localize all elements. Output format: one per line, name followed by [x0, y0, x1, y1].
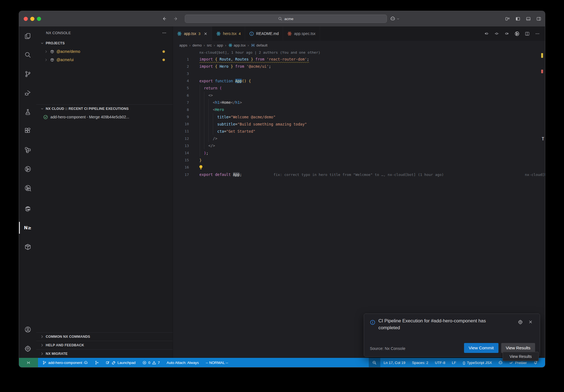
breadcrumb-app[interactable]: app — [217, 43, 223, 47]
status-auto-attach[interactable]: Auto Attach: Always — [164, 358, 201, 367]
code-editor[interactable]: nx-cloud[bot], 1 hour ago | 2 authors (Y… — [173, 50, 545, 358]
line-content: subtitle="Build something amazing today" — [199, 121, 307, 128]
tab-app.tsx[interactable]: app.tsx3 — [173, 26, 212, 41]
activitybar-edge-browser-icon[interactable] — [19, 199, 36, 218]
maximize-window-button[interactable] — [37, 17, 41, 21]
activitybar-project-hierarchy-icon[interactable] — [19, 140, 36, 159]
settings-icon — [25, 345, 31, 352]
command-center-search[interactable]: acme — [185, 15, 387, 23]
activitybar-search-icon[interactable] — [19, 45, 36, 64]
activitybar-settings-icon[interactable] — [19, 339, 36, 358]
breadcrumb-app.tsx[interactable]: app.tsx — [228, 43, 246, 47]
status-encoding[interactable]: UTF-8 — [432, 358, 449, 367]
react-icon — [287, 31, 292, 36]
activitybar-run-and-debug-icon[interactable] — [19, 83, 36, 102]
minimize-window-button[interactable] — [30, 17, 34, 21]
edit-box-icon — [106, 361, 110, 365]
split-editor-icon[interactable] — [525, 31, 530, 36]
copilot-menu[interactable] — [390, 11, 400, 26]
toggle-panel-icon[interactable] — [526, 17, 531, 21]
status-eol[interactable]: LF — [449, 358, 460, 367]
breadcrumb-apps[interactable]: apps — [179, 43, 187, 47]
branch-icon — [42, 361, 47, 365]
ruler-mark — [541, 53, 543, 58]
status-problems[interactable]: 07 — [140, 358, 162, 367]
close-icon[interactable] — [204, 32, 208, 36]
activitybar-source-control-icon[interactable] — [19, 64, 36, 83]
close-icon[interactable] — [528, 320, 533, 324]
breadcrumb-default[interactable]: default — [251, 43, 268, 47]
zoom-out-indicator[interactable] — [369, 358, 380, 367]
activitybar-explorer-icon[interactable] — [19, 26, 36, 45]
activitybar-containers-icon[interactable] — [19, 237, 36, 256]
section-nx-migrate[interactable]: NX MIGRATE — [36, 349, 173, 358]
notification-toast: CI Pipeline Execution for #add-hero-comp… — [364, 314, 540, 357]
status-language-mode[interactable]: {}TypeScript JSX — [459, 358, 495, 367]
view-commit-button[interactable]: View Commit — [464, 343, 498, 353]
code-line-12: 12 /> — [173, 135, 545, 142]
code-line-14: 14 ); — [173, 149, 545, 156]
tab-hero.tsx[interactable]: hero.tsx4 — [212, 26, 245, 41]
gitlens-heatmap-icon[interactable] — [494, 31, 499, 36]
project-item--acme-demo[interactable]: @acme/demo — [36, 47, 173, 56]
toggle-secondary-sidebar-icon[interactable] — [536, 17, 541, 21]
section-projects[interactable]: PROJECTS — [36, 39, 173, 47]
more-actions-icon[interactable] — [162, 31, 167, 35]
activitybar-accounts-icon[interactable] — [19, 320, 36, 339]
activitybar-gitlens-icon[interactable] — [19, 178, 36, 197]
line-content: </> — [199, 142, 215, 149]
section-label: NX MIGRATE — [46, 352, 68, 356]
status-text: {} — [463, 361, 465, 365]
chevron-down-icon — [40, 41, 44, 45]
section-common-nx-commands[interactable]: COMMON NX COMMANDS — [36, 332, 173, 341]
activitybar-git-graph-icon[interactable] — [19, 159, 36, 178]
line-content: export default App;fix: correct typo in … — [199, 171, 242, 178]
breadcrumb-src[interactable]: src — [207, 43, 212, 47]
activitybar-extensions-icon[interactable] — [19, 121, 36, 140]
section-label: COMMON NX COMMANDS — [46, 335, 90, 339]
status-indentation[interactable]: Spaces: 2 — [409, 358, 432, 367]
tab-README.md[interactable]: README.md — [245, 26, 283, 41]
ruler-text: T — [542, 137, 544, 141]
line-number: 10 — [173, 122, 199, 126]
status-git-graph-item[interactable] — [92, 358, 101, 367]
forward-icon[interactable] — [173, 16, 178, 21]
breadcrumb-label: default — [256, 43, 268, 47]
gitlens-prev-change-icon[interactable] — [484, 31, 489, 36]
toggle-primary-sidebar-icon[interactable] — [516, 17, 520, 21]
cloud-up-icon — [84, 361, 88, 365]
gear-icon[interactable] — [518, 320, 523, 324]
more-actions-icon[interactable] — [535, 31, 540, 36]
status-text: 0 — [148, 361, 150, 365]
info-icon — [249, 31, 254, 36]
breadcrumb-demo[interactable]: demo — [192, 43, 202, 47]
section-help-and-feedback[interactable]: HELP AND FEEDBACK — [36, 341, 173, 349]
gitlens-next-change-icon[interactable] — [505, 31, 509, 36]
status-vim-mode[interactable]: -- NORMAL -- — [203, 358, 231, 367]
back-icon[interactable] — [162, 16, 167, 21]
close-window-button[interactable] — [24, 17, 28, 21]
notification-source: Source: Nx Console — [370, 346, 405, 351]
status-launchpad[interactable]: Launchpad — [103, 358, 138, 367]
status-cursor-position[interactable]: Ln 17, Col 19 — [380, 358, 409, 367]
status-text: Spaces: 2 — [412, 361, 428, 365]
line-number: 2 — [173, 64, 199, 69]
lightbulb-icon[interactable] — [199, 165, 202, 169]
activitybar-nx-console-icon[interactable]: N≥ — [19, 218, 36, 237]
view-results-button[interactable]: View Results — [501, 343, 535, 353]
window-controls — [19, 11, 41, 26]
project-item--acme-ui[interactable]: @acme/ui — [36, 56, 173, 64]
pipeline-execution-item[interactable]: add-hero-component - Merge 409b44e5cb02.… — [36, 113, 173, 121]
code-lines: 1import { Route, Routes } from 'react-ro… — [173, 56, 545, 178]
line-number: 16 — [173, 165, 199, 169]
line-content: <h1>Home</h1> — [199, 99, 242, 106]
activitybar-testing-icon[interactable] — [19, 102, 36, 121]
customize-layout-icon[interactable] — [505, 17, 510, 21]
status-git-branch[interactable]: add-hero-component — [40, 358, 90, 367]
vscode-window: acme N≥ NX CONSOLE PROJECTS @acme/demo@a… — [19, 11, 545, 368]
blame-annotation: nx-cloud[bot], 1 hour ago | 2 authors (Y… — [199, 50, 320, 55]
nx-cloud-header-row[interactable]: NX CLOUD :: RECENT CI PIPELINE EXECUTION… — [36, 105, 173, 113]
tab-app.spec.tsx[interactable]: app.spec.tsx — [283, 26, 320, 41]
commit-graph-icon[interactable] — [515, 31, 519, 36]
remote-indicator[interactable] — [19, 358, 38, 367]
